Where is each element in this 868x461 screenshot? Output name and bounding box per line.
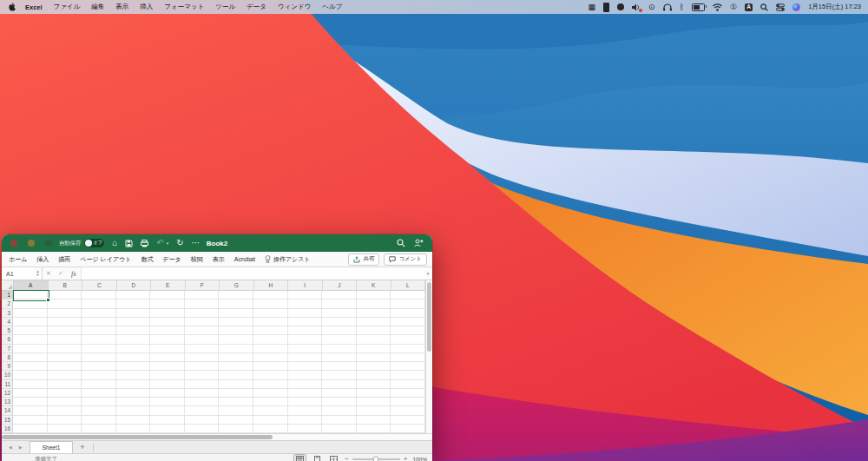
close-button[interactable] [10,240,17,247]
cell-B10[interactable] [48,371,82,379]
cell-B7[interactable] [48,345,82,353]
row-header-1[interactable]: 1 [2,291,13,300]
cell-G5[interactable] [219,326,253,335]
volume-icon[interactable] [632,3,641,11]
battery-vertical-icon[interactable] [603,3,609,12]
sheet-tab-sheet1[interactable]: Sheet1 [30,441,74,453]
cell-F2[interactable] [185,300,220,308]
cell-J11[interactable] [322,380,357,389]
cell-A14[interactable] [13,406,48,415]
cell-A3[interactable] [13,309,48,318]
cell-G10[interactable] [219,371,253,379]
cell-F13[interactable] [185,398,220,406]
cell-A4[interactable] [13,318,48,326]
menu-item-2[interactable]: 編集 [91,3,104,11]
cell-B14[interactable] [48,406,82,415]
cell-D16[interactable] [116,425,151,433]
row-header-16[interactable]: 16 [2,425,13,433]
enter-icon[interactable]: ✓ [55,267,67,280]
tab-assist[interactable]: 操作アシスト [265,255,311,264]
row-header-13[interactable]: 13 [2,398,13,406]
cell-G6[interactable] [219,335,253,344]
row-header-7[interactable]: 7 [2,345,13,353]
cell-G3[interactable] [219,309,253,318]
ribbon-tab-5[interactable]: データ [162,255,181,264]
vertical-scrollbar[interactable] [425,280,432,433]
cell-L1[interactable] [391,291,425,300]
cell-J10[interactable] [322,371,357,379]
minimize-button[interactable] [28,240,35,247]
cell-C16[interactable] [82,425,116,433]
cell-C15[interactable] [82,416,116,425]
cell-K5[interactable] [357,326,391,335]
menu-item-7[interactable]: データ [247,3,266,11]
cell-K10[interactable] [357,371,391,379]
cell-F3[interactable] [185,309,220,318]
cell-C12[interactable] [82,389,116,398]
cell-E13[interactable] [150,398,185,406]
cell-C1[interactable] [82,291,116,300]
ribbon-tab-3[interactable]: ページ レイアウト [80,255,131,264]
cell-K16[interactable] [357,425,391,433]
cell-H13[interactable] [253,398,288,406]
cell-G4[interactable] [219,318,253,326]
cell-J2[interactable] [322,300,357,308]
cell-E10[interactable] [150,371,185,379]
add-sheet-button[interactable]: + [80,443,84,451]
cell-I2[interactable] [288,300,323,308]
siri-icon[interactable] [792,3,800,11]
one-circle-icon[interactable]: ① [730,3,737,11]
cell-B6[interactable] [48,335,82,344]
cell-K6[interactable] [357,335,391,344]
cell-A10[interactable] [13,371,48,379]
column-header-L[interactable]: L [391,280,426,290]
cell-D12[interactable] [116,389,151,398]
horizontal-scrollbar[interactable] [2,433,432,440]
name-box-stepper[interactable]: ▲▼ [34,267,43,280]
cell-B13[interactable] [48,398,82,406]
cell-J6[interactable] [322,335,357,344]
row-header-9[interactable]: 9 [2,362,13,371]
cell-I6[interactable] [288,335,323,344]
cell-B8[interactable] [48,353,82,362]
zoom-window-button[interactable] [45,240,52,247]
cell-K12[interactable] [357,389,391,398]
home-icon[interactable]: ⌂ [112,239,117,247]
record-icon[interactable]: ⊙ [648,3,655,11]
cell-D11[interactable] [116,380,151,389]
menu-item-5[interactable]: フォーマット [164,3,204,11]
cell-L9[interactable] [391,362,425,371]
cell-E2[interactable] [150,300,185,308]
cell-L15[interactable] [391,416,425,425]
cell-E8[interactable] [150,353,185,362]
menu-item-3[interactable]: 表示 [115,3,128,11]
print-icon[interactable] [141,240,148,247]
formula-input[interactable] [81,267,424,280]
cell-B4[interactable] [48,318,82,326]
cell-F9[interactable] [185,362,220,371]
cell-D9[interactable] [116,362,151,371]
cell-L16[interactable] [391,425,425,433]
cell-G12[interactable] [219,389,253,398]
cell-E6[interactable] [150,335,185,344]
cell-G14[interactable] [219,406,253,415]
cell-I4[interactable] [288,318,323,326]
control-center-icon[interactable] [776,3,785,11]
input-source-icon[interactable]: A [745,3,753,11]
menubar-clock[interactable]: 1月15日(土) 17:23 [808,3,861,11]
cell-C4[interactable] [82,318,116,326]
active-cell-selection[interactable] [13,290,49,301]
row-header-15[interactable]: 15 [2,416,13,425]
ribbon-tab-0[interactable]: ホーム [9,255,27,264]
cell-L6[interactable] [391,335,425,344]
sheet-grid[interactable]: ABCDEFGHIJKL 12345678910111213141516 [2,280,425,433]
row-header-4[interactable]: 4 [2,318,13,326]
formula-bar-expand-icon[interactable]: ▼ [424,267,432,280]
cell-C14[interactable] [82,406,116,415]
menu-item-1[interactable]: ファイル [54,3,81,11]
cell-G13[interactable] [219,398,253,406]
cell-F16[interactable] [185,425,220,433]
cell-I16[interactable] [288,425,323,433]
vertical-scrollbar-thumb[interactable] [427,282,431,352]
cell-B9[interactable] [48,362,82,371]
